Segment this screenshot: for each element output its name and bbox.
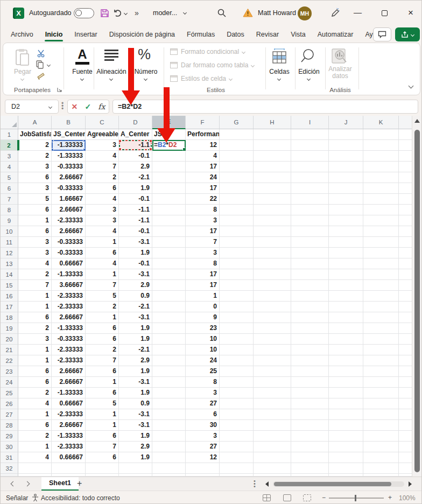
alignment-group-label[interactable]: Alineación: [93, 68, 130, 75]
cell-D7[interactable]: -0.1: [119, 194, 152, 205]
formula-input[interactable]: =B2*D2: [112, 100, 418, 114]
cell-A1[interactable]: JobSatisfa: [18, 129, 52, 140]
cell-I6[interactable]: [291, 183, 329, 194]
cell-B17[interactable]: -2.33333: [52, 302, 86, 312]
cell-K14[interactable]: [363, 269, 399, 280]
view-page-layout-icon[interactable]: [283, 494, 291, 501]
zoom-out-icon[interactable]: −: [322, 494, 326, 501]
cell-F2[interactable]: 12: [186, 140, 220, 151]
cell-A6[interactable]: 3: [18, 183, 52, 194]
cell-J25[interactable]: [329, 388, 363, 398]
cell-I15[interactable]: [291, 280, 329, 291]
autosave-toggle[interactable]: [74, 8, 94, 18]
row-header-4[interactable]: 4: [1, 162, 18, 172]
cell-F11[interactable]: 7: [186, 237, 220, 248]
cancel-formula-icon[interactable]: ✕: [72, 102, 78, 111]
cell-C22[interactable]: 7: [86, 355, 119, 366]
column-header-A[interactable]: A: [18, 116, 52, 129]
cut-icon[interactable]: [37, 50, 45, 58]
vertical-scrollbar-thumb[interactable]: [414, 130, 420, 472]
cell-H7[interactable]: [254, 194, 291, 205]
menu-tab-revisar[interactable]: Revisar: [250, 27, 285, 42]
cell-A5[interactable]: 6: [18, 172, 52, 183]
cell-F9[interactable]: 3: [186, 215, 220, 226]
cell-A19[interactable]: 2: [18, 323, 52, 334]
cell-K3[interactable]: [363, 151, 399, 162]
cell-D13[interactable]: -0.1: [119, 258, 152, 269]
row-header-10[interactable]: 10: [1, 226, 18, 237]
cell-X20[interactable]: [399, 334, 413, 345]
cell-A16[interactable]: 1: [18, 291, 52, 302]
undo-icon[interactable]: [113, 9, 122, 18]
cell-J14[interactable]: [329, 269, 363, 280]
cell-G19[interactable]: [220, 323, 254, 334]
cell-E23[interactable]: [152, 366, 186, 377]
hscroll-right-icon[interactable]: [409, 481, 412, 487]
cell-X10[interactable]: [399, 226, 413, 237]
undo-dropdown-icon[interactable]: [124, 11, 128, 15]
cell-K25[interactable]: [363, 388, 399, 398]
cell-C19[interactable]: 6: [86, 323, 119, 334]
column-header-G[interactable]: G: [220, 116, 254, 129]
cell-J29[interactable]: [329, 431, 363, 442]
cell-H13[interactable]: [254, 258, 291, 269]
cell-H8[interactable]: [254, 205, 291, 215]
cell-E20[interactable]: [152, 334, 186, 345]
cell-A31[interactable]: 4: [18, 452, 52, 463]
cell-X5[interactable]: [399, 172, 413, 183]
cell-B23[interactable]: 2.66667: [52, 366, 86, 377]
row-header-9[interactable]: 9: [1, 215, 18, 226]
editing-group-icon[interactable]: [300, 47, 318, 65]
cell-E26[interactable]: [152, 398, 186, 409]
cell-D18[interactable]: -3.1: [119, 312, 152, 323]
cell-F5[interactable]: 24: [186, 172, 220, 183]
cell-A15[interactable]: 7: [18, 280, 52, 291]
cell-B10[interactable]: 2.66667: [52, 226, 86, 237]
horizontal-scrollbar[interactable]: [273, 481, 404, 487]
cell-E17[interactable]: [152, 302, 186, 312]
cell-B6[interactable]: -0.33333: [52, 183, 86, 194]
cell-I22[interactable]: [291, 355, 329, 366]
cell-X21[interactable]: [399, 345, 413, 355]
cell-E6[interactable]: [152, 183, 186, 194]
cell-I16[interactable]: [291, 291, 329, 302]
cell-F23[interactable]: 25: [186, 366, 220, 377]
cell-C24[interactable]: 1: [86, 377, 119, 388]
cell-X2[interactable]: [399, 140, 413, 151]
cell-X27[interactable]: [399, 409, 413, 420]
cell-F1[interactable]: Performance: [186, 129, 220, 140]
cell-G15[interactable]: [220, 280, 254, 291]
cell-B5[interactable]: 2.66667: [52, 172, 86, 183]
avatar[interactable]: MH: [298, 6, 312, 20]
clipboard-dialog-launcher-icon[interactable]: [57, 87, 62, 92]
alignment-dropdown-icon[interactable]: [109, 77, 113, 81]
horizontal-scrollbar-thumb[interactable]: [274, 482, 391, 486]
cell-H22[interactable]: [254, 355, 291, 366]
cell-I7[interactable]: [291, 194, 329, 205]
cell-E29[interactable]: [152, 431, 186, 442]
cell-B1[interactable]: JS_Center: [52, 129, 86, 140]
cell-D1[interactable]: A_Center: [119, 129, 152, 140]
cell-A10[interactable]: 6: [18, 226, 52, 237]
cell-I8[interactable]: [291, 205, 329, 215]
cell-K20[interactable]: [363, 334, 399, 345]
cell-C4[interactable]: 7: [86, 162, 119, 172]
cell-A3[interactable]: 2: [18, 151, 52, 162]
zoom-slider[interactable]: [329, 498, 384, 499]
cell-E25[interactable]: [152, 388, 186, 398]
cell-B3[interactable]: -1.33333: [52, 151, 86, 162]
cell-E30[interactable]: [152, 442, 186, 452]
cell-D6[interactable]: 1.9: [119, 183, 152, 194]
cell-E16[interactable]: [152, 291, 186, 302]
cell-J22[interactable]: [329, 355, 363, 366]
paste-icon[interactable]: [15, 48, 30, 67]
cell-A23[interactable]: 6: [18, 366, 52, 377]
cell-H26[interactable]: [254, 398, 291, 409]
cell-J5[interactable]: [329, 172, 363, 183]
conditional-formatting-button[interactable]: Formato condicional: [170, 48, 245, 55]
cell-B29[interactable]: -1.33333: [52, 431, 86, 442]
warning-icon[interactable]: [243, 8, 253, 18]
cell-J20[interactable]: [329, 334, 363, 345]
cell-J23[interactable]: [329, 366, 363, 377]
cells-dropdown-icon[interactable]: [277, 77, 281, 81]
